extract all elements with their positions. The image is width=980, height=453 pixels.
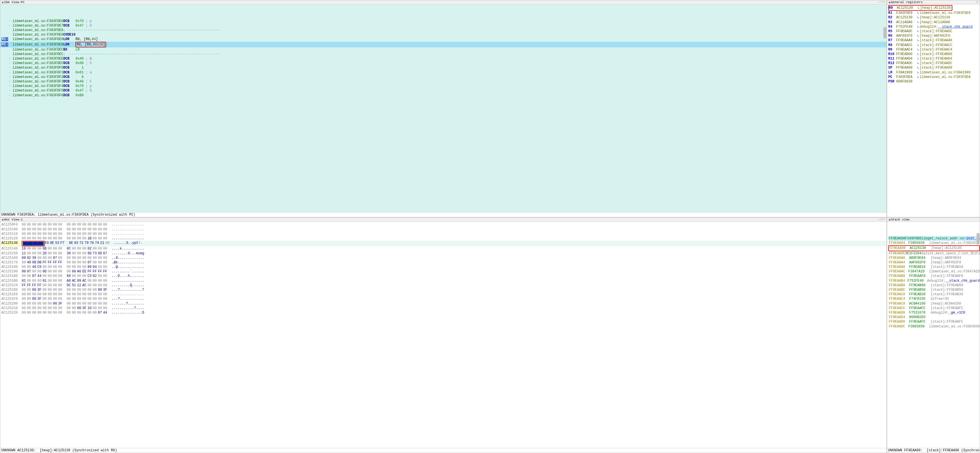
register-r4[interactable]: R4F752FE40↳ debug124:__stack_chk_guard <box>888 25 980 29</box>
stack-row[interactable]: FF9EAADCF38D3038libmetasec_ml.so:F38D303… <box>888 324 980 329</box>
hex-dump-body[interactable]: AC1250F0 0000000000000000000000000000000… <box>0 222 886 448</box>
register-r2[interactable]: R2AC125130↳ [heap]:AC125130 <box>888 15 980 20</box>
stack-row[interactable]: FF9EAAB8FF9EAB60[stack]:FF9EAB60 <box>888 283 980 288</box>
disasm-line[interactable]: ·libmetasec_ml.so:F383FDE6 DCB 0x70 ; p <box>0 19 886 24</box>
hex-row[interactable]: AC1251E0 0000000000000000000000000000000… <box>2 292 886 297</box>
disasm-line[interactable]: ·libmetasec_ml.so:F383FDF1 DCB 0x61 ; a <box>0 70 886 75</box>
disasm-line[interactable]: ·libmetasec_ml.so:F383FDF0 DCB 1 <box>0 65 886 70</box>
stack-row[interactable]: FF9EAAACF3847A1Dlibmetasec_ml.so:F3847A1… <box>888 269 980 274</box>
register-lr[interactable]: LRF38A1989↳ libmetasec_ml.so:F38A1989 <box>888 70 980 75</box>
maximize-icon[interactable]: □ <box>880 218 883 221</box>
hex-row[interactable]: AC125120 0000000000000000000000001B00000… <box>2 236 886 241</box>
disasm-line[interactable]: libmetasec_ml.so:F383FDEC BX LR <box>0 48 886 52</box>
disasm-line[interactable]: PC→ libmetasec_ml.so:F383FDEA LDR R0, [R… <box>0 42 886 48</box>
hex-row[interactable]: AC125220 0000000000000000000000000000874… <box>2 310 886 315</box>
restore-icon[interactable]: ▣ <box>888 1 891 4</box>
register-psr[interactable]: PSR600F0030 <box>888 79 980 84</box>
minimize-icon[interactable]: — <box>878 1 880 4</box>
register-r5[interactable]: R5FF9EAADC↳ [stack]:FF9EAADC <box>888 29 980 33</box>
stack-body[interactable]: FF9EAA90F349F9B8libget_rwlock_addr.so:in… <box>887 222 980 448</box>
stack-row[interactable]: FF9EAA98AC125130[heap]:AC125130 <box>888 245 980 251</box>
disasm-line[interactable]: ·libmetasec_ml.so:F383FDE7 DCB 0x47 ; G <box>0 24 886 28</box>
hex-row[interactable]: AC1250F0 0000000000000000000000000000000… <box>2 223 886 227</box>
register-pc[interactable]: PCF383FDEA↳ libmetasec_ml.so:F383FDEA <box>888 75 980 79</box>
stack-row[interactable]: FF9EAAB4F752FE40debug124:__stack_chk_gua… <box>888 278 980 283</box>
stack-row[interactable]: FF9EAA9C3E1F2284dalvik_main_space_1:unk_… <box>888 251 980 256</box>
hex-row[interactable]: AC1251D0 0000803F00000000000000000000803… <box>2 288 886 292</box>
stack-row[interactable]: FF9EAAB0FF9EAAF0[stack]:FF9EAAF0 <box>888 274 980 278</box>
segment-addr: libmetasec_ml.so:F383FDE7 <box>13 24 63 28</box>
register-sp[interactable]: SPFF9EAA90↳ [stack]:FF9EAA90 <box>888 65 980 70</box>
hex-row[interactable]: AC1251A0 000007440000000068000000C302000… <box>2 274 886 278</box>
disasm-line[interactable]: libmetasec_ml.so:F383FDEC ; ------------… <box>0 52 886 56</box>
close-icon[interactable]: × <box>883 1 885 4</box>
register-r8[interactable]: R8FF9EAACC↳ [stack]:FF9EAACC <box>888 43 980 48</box>
disasm-line[interactable]: ·libmetasec_ml.so:F383FDF2 DCB 8 <box>0 75 886 79</box>
stack-row[interactable]: FF9EAA94F38D3038libmetasec_ml.so:F38D303… <box>888 241 980 245</box>
stack-row[interactable]: FF9EAAC4F74FD335dlfree+35 <box>888 297 980 301</box>
hex-row[interactable]: AC125170 00406BDBFFFFFFFF000000000700000… <box>2 260 886 265</box>
registers-title: General registers <box>891 0 923 4</box>
stack-row[interactable]: FF9EAAA4AAF892F0[heap]:AAF892F0 <box>888 260 980 265</box>
hex-addr: AC125100 <box>2 227 22 232</box>
disasm-line[interactable]: ·libmetasec_ml.so:F383FDEE DCB 0x40 ; @ <box>0 56 886 61</box>
hex-row[interactable]: AC125190 800700000D0000000060A6EEFFFFFFF… <box>2 269 886 274</box>
disasm-line[interactable]: libmetasec_ml.so:F383FDE8 CODE16 <box>0 32 886 37</box>
register-r11[interactable]: R11FF9EAAD4↳ [stack]:FF9EAAD4 <box>888 56 980 61</box>
stack-row[interactable]: FF9EAA90F349F9B8libget_rwlock_addr.so:in… <box>888 236 980 241</box>
minimize-icon[interactable]: — <box>878 218 880 221</box>
hex-row[interactable]: AC125180 000040C000000000000000008004000… <box>2 265 886 269</box>
restore-icon[interactable]: ▣ <box>888 218 891 221</box>
stack-row[interactable]: FF9EAAD0F7531078debug124:_gm_+1C0 <box>888 310 980 315</box>
hex-row[interactable]: AC125200 000000000000803F000000000000000… <box>2 302 886 306</box>
stack-row[interactable]: FF9EAAA0AB9F0E84[heap]:AB9F0E84 <box>888 256 980 260</box>
hex-row[interactable]: AC125130 88888888F80E53F76E6372797074210… <box>2 241 886 246</box>
register-r3[interactable]: R3AC11ADA0↳ [heap]:AC11ADA0 <box>888 20 980 25</box>
hex-row[interactable]: AC125100 0000000000000000000000000000000… <box>2 227 886 232</box>
stack-scrollbar-thumb[interactable] <box>977 233 980 245</box>
disasm-line[interactable]: ·libmetasec_ml.so:F383FDF5 DCB 0x47 ; G <box>0 88 886 93</box>
ida-view-title: IDA View-PC <box>4 0 25 4</box>
registers-body[interactable]: R0AC125130↳ [heap]:AC125130R1F383FDE9↳ l… <box>887 5 980 217</box>
stack-row[interactable]: FF9EAABCFF9EAB58[stack]:FF9EAB58 <box>888 288 980 292</box>
hex-row[interactable]: AC125160 0802380000008700000000000000000… <box>2 256 886 260</box>
maximize-icon[interactable]: □ <box>880 1 883 4</box>
hex-row[interactable]: AC125150 110000002D000000300000006D736D6… <box>2 251 886 256</box>
hex-row[interactable]: AC1251C0 FFFFFFFF00000000DC5112AC0000000… <box>2 283 886 288</box>
register-r12[interactable]: R12FF9EAADC↳ [stack]:FF9EAADC <box>888 61 980 65</box>
stack-row[interactable]: FF9EAAD8FF9EAAFC[stack]:FF9EAAFC <box>888 319 980 324</box>
comment: ; G <box>84 88 92 93</box>
register-r7[interactable]: R7FF9EAAA8↳ [stack]:FF9EAAA8 <box>888 38 980 43</box>
disasm-line[interactable]: ·libmetasec_ml.so:F383FDF4 DCB 0x70 ; p <box>0 84 886 88</box>
hex-row[interactable]: AC1251F0 0000803F00000000000000000000000… <box>2 297 886 301</box>
stack-row[interactable]: FF9EAAA8FF9EAB18[stack]:FF9EAB18 <box>888 265 980 269</box>
close-icon[interactable]: × <box>976 1 978 4</box>
stack-row[interactable]: FF9EAACCFF9EAAFC[stack]:FF9EAAFC <box>888 306 980 310</box>
register-r10[interactable]: R10FF9EAB60↳ [stack]:FF9EAB60 <box>888 52 980 56</box>
register-r6[interactable]: R6AAF892F0↳ [heap]:AAF892F0 <box>888 33 980 38</box>
disasm-line[interactable]: ·libmetasec_ml.so:F383FDF3 DCB 0x46 ; F <box>0 79 886 84</box>
comment: ; F <box>84 79 92 84</box>
hex-row[interactable]: AC1251B0 0100000001000000A0AC09AC0000000… <box>2 278 886 283</box>
hex-row[interactable]: AC125210 00000000000000000000803F1000000… <box>2 306 886 310</box>
stack-row[interactable]: FF9EAAC8AC0A4160[heap]:AC0A4160 <box>888 302 980 306</box>
register-r1[interactable]: R1F383FDE9↳ libmetasec_ml.so:F383FDE9 <box>888 11 980 15</box>
disasm-line[interactable]: libmetasec_ml.so:F383FDE8 ; ------------… <box>0 28 886 32</box>
stack-row[interactable]: FF9EAAC0FF9EAB38[stack]:FF9EAB38 <box>888 292 980 297</box>
stack-row[interactable]: FF9EAAD40000B2E0 <box>888 315 980 319</box>
hex-row[interactable]: AC125140 180000006B0000000C0000000200000… <box>2 246 886 251</box>
hex-ascii: ................ <box>108 223 144 227</box>
disasm-line[interactable]: ·libmetasec_ml.so:F383FDEF DCB 0x68 ; h <box>0 61 886 65</box>
register-r0[interactable]: R0AC125130↳ [heap]:AC125130 <box>888 5 952 11</box>
stack-view-pane: ▣ Stack view FF9EAA90F349F9B8libget_rwlo… <box>887 217 980 453</box>
restore-icon[interactable]: ▣ <box>2 218 4 221</box>
hex-row[interactable]: AC125110 0000000000000000000000000000000… <box>2 232 886 236</box>
hex-ascii: ................ <box>108 236 144 241</box>
ida-scrollbar-thumb[interactable] <box>883 27 886 38</box>
register-r9[interactable]: R9FF9EAAC4↳ [stack]:FF9EAAC4 <box>888 48 980 52</box>
disasm-line[interactable]: ·libmetasec_ml.so:F383FDF6 DCB 0xB0 <box>0 93 886 98</box>
disasm-line[interactable]: R1→ libmetasec_ml.so:F383FDE8 LDR R0, [R… <box>0 37 886 41</box>
restore-icon[interactable]: ▣ <box>2 1 4 4</box>
ida-disassembly-body[interactable]: ·libmetasec_ml.so:F383FDE6 DCB 0x70 ; p·… <box>0 5 886 212</box>
close-icon[interactable]: × <box>883 218 885 221</box>
